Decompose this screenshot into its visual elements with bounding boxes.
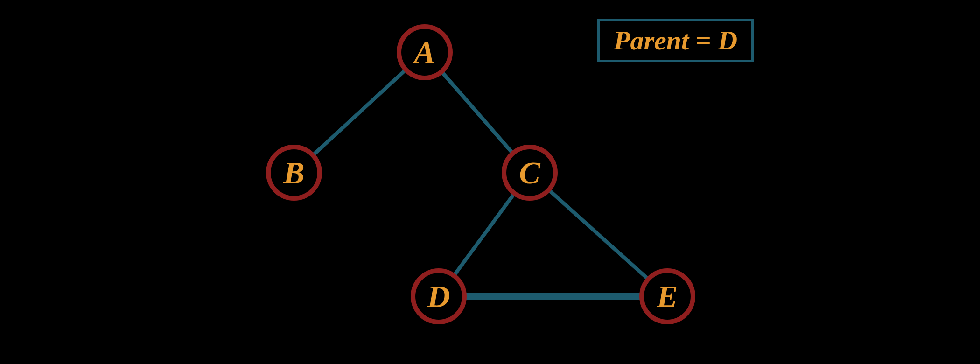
diagram-canvas: A B C D E Parent = D (0, 0, 980, 364)
node-a-label: A (414, 34, 435, 71)
node-e-label: E (657, 278, 678, 315)
edges-layer (0, 0, 980, 364)
node-c: C (502, 145, 558, 201)
node-a: A (397, 24, 453, 80)
legend-box: Parent = D (597, 19, 754, 62)
legend-text: Parent = D (614, 25, 737, 56)
node-b: B (266, 145, 322, 201)
node-c-label: C (519, 154, 540, 191)
node-e: E (639, 268, 695, 324)
node-d: D (411, 268, 467, 324)
node-d-label: D (427, 278, 450, 315)
node-b-label: B (283, 154, 304, 191)
